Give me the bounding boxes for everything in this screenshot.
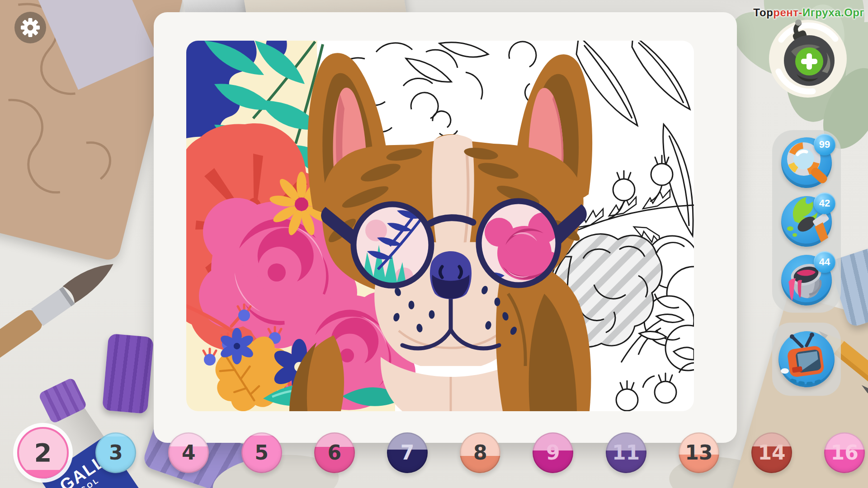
add-bomb-button[interactable] bbox=[768, 17, 848, 98]
settings-button[interactable] bbox=[14, 12, 46, 43]
brush-booster-button[interactable]: 42 bbox=[781, 196, 832, 247]
gear-icon bbox=[20, 17, 41, 38]
bomb-plus-icon bbox=[768, 17, 848, 98]
palette-number-5: 5 bbox=[255, 443, 269, 463]
tv-ad-button[interactable] bbox=[778, 331, 835, 387]
palette-number-6: 6 bbox=[327, 443, 341, 463]
palette-number-16: 16 bbox=[831, 443, 859, 463]
magnifier-booster-button[interactable]: 99 bbox=[781, 137, 832, 188]
brush-count-badge: 42 bbox=[814, 192, 835, 214]
palette-number-11: 11 bbox=[612, 443, 640, 463]
watermark-part-1: Тор bbox=[753, 6, 773, 19]
palette-number-13: 13 bbox=[685, 443, 712, 463]
palette-color-4[interactable]: 4 bbox=[168, 432, 209, 473]
game-screen: GALL COL bbox=[0, 0, 868, 488]
palette-color-2[interactable]: 2 bbox=[17, 427, 69, 479]
watermark-part-3: Игруха.Орг bbox=[802, 6, 864, 19]
palette-number-9: 9 bbox=[546, 443, 560, 463]
magnifier-count-badge: 99 bbox=[814, 134, 835, 155]
tv-icon bbox=[778, 331, 835, 387]
palette-number-2: 2 bbox=[34, 440, 52, 465]
canvas-card bbox=[154, 12, 737, 443]
tv-ad-panel bbox=[772, 323, 841, 396]
palette-number-8: 8 bbox=[473, 443, 487, 463]
palette-color-9[interactable]: 9 bbox=[533, 432, 573, 473]
palette-color-8[interactable]: 8 bbox=[460, 432, 500, 473]
bucket-count-badge: 44 bbox=[814, 251, 835, 273]
booster-panel: 99 42 44 bbox=[772, 130, 841, 313]
palette-number-14: 14 bbox=[758, 443, 785, 463]
bucket-booster-button[interactable]: 44 bbox=[781, 255, 832, 305]
palette-number-4: 4 bbox=[182, 443, 196, 463]
watermark-part-2: рент- bbox=[773, 6, 802, 19]
palette-color-3[interactable]: 3 bbox=[95, 432, 136, 473]
palette-color-11[interactable]: 11 bbox=[606, 432, 646, 473]
palette-color-16[interactable]: 16 bbox=[824, 432, 865, 473]
palette-number-7: 7 bbox=[401, 443, 415, 463]
painting-french-bulldog[interactable] bbox=[186, 41, 694, 411]
palette-number-3: 3 bbox=[109, 443, 123, 463]
palette-color-6[interactable]: 6 bbox=[314, 432, 355, 473]
dog-nose bbox=[430, 251, 472, 299]
palette-color-5[interactable]: 5 bbox=[241, 432, 282, 473]
palette-color-14[interactable]: 14 bbox=[751, 432, 792, 473]
palette-color-13[interactable]: 13 bbox=[679, 432, 719, 473]
purple-marker-cap bbox=[102, 333, 154, 414]
palette-color-7[interactable]: 7 bbox=[387, 432, 428, 473]
